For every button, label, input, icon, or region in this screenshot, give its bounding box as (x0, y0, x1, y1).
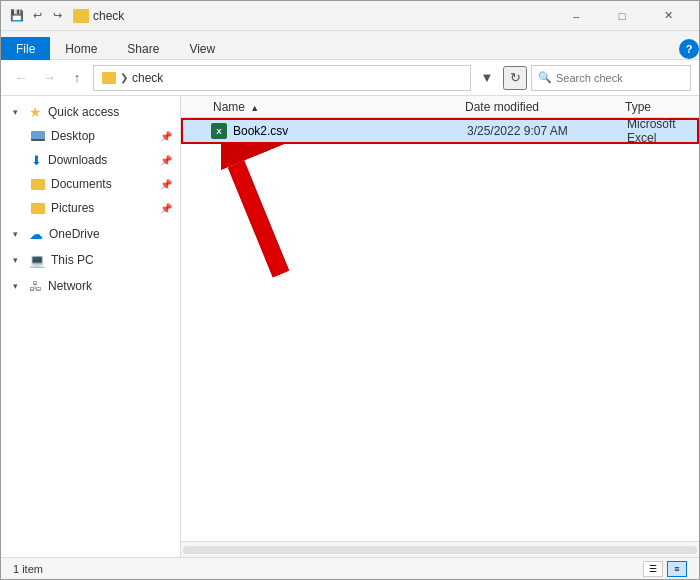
window-title: check (93, 9, 124, 23)
sidebar-item-downloads[interactable]: ⬇ Downloads 📌 (1, 148, 180, 172)
sidebar-pictures-label: Pictures (51, 201, 94, 215)
scrollbar-track[interactable] (183, 546, 697, 554)
col-header-name[interactable]: Name ▲ (205, 100, 465, 114)
pin-icon-pictures: 📌 (160, 203, 172, 214)
ribbon-tab-bar: File Home Share View ? (1, 31, 699, 59)
tab-home[interactable]: Home (50, 37, 112, 60)
sidebar-item-pictures[interactable]: Pictures 📌 (1, 196, 180, 220)
breadcrumb-current: check (132, 71, 163, 85)
search-input[interactable] (556, 72, 694, 84)
refresh-button[interactable]: ↻ (503, 66, 527, 90)
title-folder-icon (73, 9, 89, 23)
col-header-date[interactable]: Date modified (465, 100, 625, 114)
sidebar-item-network[interactable]: ▾ 🖧 Network (1, 274, 180, 298)
breadcrumb: ❯ check (102, 71, 163, 85)
table-row[interactable]: X Book2.csv 3/25/2022 9:07 AM Microsoft … (181, 118, 699, 144)
back-button[interactable]: ← (9, 66, 33, 90)
maximize-button[interactable]: □ (599, 1, 645, 31)
onedrive-cloud-icon: ☁ (29, 226, 43, 242)
status-item-count: 1 item (13, 563, 43, 575)
tab-view[interactable]: View (174, 37, 230, 60)
file-list-header: Name ▲ Date modified Type (181, 96, 699, 118)
sidebar-item-thispc[interactable]: ▾ 💻 This PC (1, 248, 180, 272)
system-icon-undo[interactable]: ↩ (29, 8, 45, 24)
file-list: Name ▲ Date modified Type X Book2.csv 3/… (181, 96, 699, 557)
sidebar-item-documents[interactable]: Documents 📌 (1, 172, 180, 196)
ribbon: File Home Share View ? (1, 31, 699, 60)
sidebar-thispc-label: This PC (51, 253, 94, 267)
sidebar-section-network: ▾ 🖧 Network (1, 274, 180, 298)
pin-icon-documents: 📌 (160, 179, 172, 190)
breadcrumb-folder-icon (102, 72, 116, 84)
up-button[interactable]: ↑ (65, 66, 89, 90)
main-content: ▾ ★ Quick access Desktop 📌 ⬇ Downloads 📌… (1, 96, 699, 557)
sidebar-item-desktop[interactable]: Desktop 📌 (1, 124, 180, 148)
sidebar-item-quickaccess[interactable]: ▾ ★ Quick access (1, 100, 180, 124)
help-button[interactable]: ? (679, 39, 699, 59)
pictures-icon (31, 203, 45, 214)
sidebar-section-onedrive: ▾ ☁ OneDrive (1, 222, 180, 246)
search-icon: 🔍 (538, 71, 552, 84)
sidebar: ▾ ★ Quick access Desktop 📌 ⬇ Downloads 📌… (1, 96, 181, 557)
desktop-icon (31, 131, 45, 141)
minimize-button[interactable]: – (553, 1, 599, 31)
dropdown-button[interactable]: ▼ (475, 66, 499, 90)
sidebar-section-quickaccess: ▾ ★ Quick access Desktop 📌 ⬇ Downloads 📌… (1, 100, 180, 220)
sidebar-quickaccess-label: Quick access (48, 105, 119, 119)
chevron-thispc-icon: ▾ (13, 255, 23, 265)
view-toggle-buttons: ☰ ≡ (643, 561, 687, 577)
close-button[interactable]: ✕ (645, 1, 691, 31)
quickaccess-star-icon: ★ (29, 104, 42, 120)
search-box[interactable]: 🔍 (531, 65, 691, 91)
thispc-computer-icon: 💻 (29, 253, 45, 268)
col-header-type[interactable]: Type (625, 100, 695, 114)
network-icon: 🖧 (29, 279, 42, 294)
pin-icon: 📌 (160, 131, 172, 142)
chevron-onedrive-icon: ▾ (13, 229, 23, 239)
file-name: Book2.csv (233, 124, 288, 138)
title-bar-system-icons: 💾 ↩ ↪ (9, 8, 65, 24)
sidebar-item-onedrive[interactable]: ▾ ☁ OneDrive (1, 222, 180, 246)
tab-share[interactable]: Share (112, 37, 174, 60)
downloads-icon: ⬇ (31, 153, 42, 168)
breadcrumb-arrow: ❯ (120, 72, 128, 83)
horizontal-scrollbar[interactable] (181, 541, 699, 557)
address-path[interactable]: ❯ check (93, 65, 471, 91)
window-controls: – □ ✕ (553, 1, 691, 31)
title-bar: 💾 ↩ ↪ check – □ ✕ (1, 1, 699, 31)
file-type-cell: Microsoft Excel (627, 118, 693, 145)
sidebar-network-label: Network (48, 279, 92, 293)
file-date-cell: 3/25/2022 9:07 AM (467, 124, 627, 138)
file-explorer-window: 💾 ↩ ↪ check – □ ✕ File Home Share View ?… (0, 0, 700, 580)
tab-file[interactable]: File (1, 37, 50, 60)
address-bar: ← → ↑ ❯ check ▼ ↻ 🔍 (1, 60, 699, 96)
sidebar-documents-label: Documents (51, 177, 112, 191)
pin-icon-downloads: 📌 (160, 155, 172, 166)
sidebar-desktop-label: Desktop (51, 129, 95, 143)
documents-folder-icon (31, 179, 45, 190)
svg-line-2 (236, 164, 281, 274)
sidebar-downloads-label: Downloads (48, 153, 107, 167)
chevron-icon: ▾ (13, 107, 23, 117)
excel-file-icon: X (211, 123, 227, 139)
details-view-button[interactable]: ≡ (667, 561, 687, 577)
list-view-button[interactable]: ☰ (643, 561, 663, 577)
file-rows: X Book2.csv 3/25/2022 9:07 AM Microsoft … (181, 118, 699, 541)
svg-line-1 (236, 164, 281, 274)
chevron-network-icon: ▾ (13, 281, 23, 291)
forward-button[interactable]: → (37, 66, 61, 90)
sidebar-onedrive-label: OneDrive (49, 227, 100, 241)
system-icon-save[interactable]: 💾 (9, 8, 25, 24)
file-name-cell: X Book2.csv (207, 123, 467, 139)
annotation-arrow (221, 144, 401, 287)
system-icon-redo[interactable]: ↪ (49, 8, 65, 24)
sidebar-section-thispc: ▾ 💻 This PC (1, 248, 180, 272)
sort-arrow-icon: ▲ (250, 103, 259, 113)
status-bar: 1 item ☰ ≡ (1, 557, 699, 579)
